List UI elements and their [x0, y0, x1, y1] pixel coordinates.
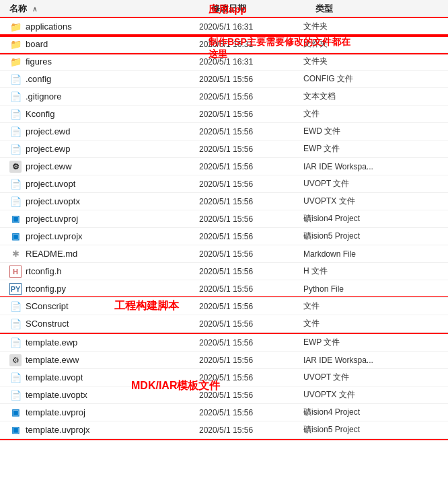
file-date-cell: 2020/5/1 15:56: [199, 127, 303, 136]
row-template-ewp[interactable]: 📄 template.ewp 2020/5/1 15:56 EWP 文件: [0, 334, 448, 352]
row-project-uvproj[interactable]: ▣ project.uvproj 2020/5/1 15:56 礦ision4 …: [0, 210, 448, 228]
row-project-uvopt[interactable]: 📄 project.uvopt 2020/5/1 15:56 UVOPT 文件: [0, 175, 448, 193]
file-icon: 📄: [9, 318, 22, 330]
file-icon: 📄: [9, 143, 22, 155]
row-sconstruct[interactable]: 📄 SConstruct 2020/5/1 15:56 文件: [0, 315, 448, 333]
file-date-cell: 2020/5/1 15:56: [199, 232, 303, 241]
file-name-cell: 📄 template.uvopt: [9, 372, 199, 384]
file-icon: 📄: [9, 108, 22, 120]
row-template-eww[interactable]: ⚙ template.eww 2020/5/1 15:56 IAR IDE Wo…: [0, 352, 448, 369]
file-date-cell: 2020/5/1 15:56: [199, 391, 303, 400]
row-readme[interactable]: ✱ README.md 2020/5/1 15:56 Markdown File: [0, 245, 448, 263]
file-name-cell: 📄 Kconfig: [9, 108, 199, 120]
file-date-cell: 2020/5/1 15:56: [199, 302, 303, 311]
file-name-cell: ⚙ template.eww: [9, 354, 199, 366]
row-template-uvproj[interactable]: ▣ template.uvproj 2020/5/1 15:56 礦ision4…: [0, 404, 448, 421]
file-name-text: project.uvoptx: [26, 196, 80, 206]
file-name-cell: ▣ project.uvproj: [9, 213, 199, 225]
file-date-cell: 2020/5/1 15:56: [199, 162, 303, 171]
file-type-cell: EWP 文件: [303, 337, 448, 348]
row-rtconfig-py[interactable]: PY rtconfig.py 2020/5/1 15:56 Python Fil…: [0, 280, 448, 298]
file-icon: 📄: [9, 91, 22, 103]
row-template-uvopt[interactable]: 📄 template.uvopt 2020/5/1 15:56 UVOPT 文件: [0, 369, 448, 386]
uvproj-icon: ▣: [9, 231, 22, 243]
scons-group: 📄 SConscript 2020/5/1 15:56 文件 📄 SConstr…: [0, 298, 448, 333]
file-name-text: template.uvprojx: [26, 425, 89, 435]
row-kconfig[interactable]: 📄 Kconfig 2020/5/1 15:56 文件: [0, 106, 448, 123]
file-name-cell: ✱ README.md: [9, 248, 199, 260]
rows-wrapper: 📁 applications 2020/5/1 16:31 文件夹 应用app …: [0, 18, 448, 439]
file-name-cell: 📄 SConscript: [9, 300, 199, 313]
row-rtconfig-h[interactable]: H rtconfig.h 2020/5/1 15:56 H 文件: [0, 263, 448, 280]
row-board[interactable]: 📁 board 2020/5/1 16:31 文件夹: [0, 36, 448, 53]
row-applications[interactable]: 📁 applications 2020/5/1 16:31 文件夹: [0, 18, 448, 36]
file-date-cell: 2020/5/1 15:56: [199, 408, 303, 417]
file-icon: 📄: [9, 372, 22, 384]
folder-yellow-icon: 📁: [9, 56, 22, 68]
file-name-text: README.md: [26, 249, 77, 259]
py-file-icon: PY: [9, 283, 22, 295]
file-type-cell: 礦ision5 Project: [303, 231, 448, 242]
file-icon: 📄: [9, 126, 22, 138]
file-type-cell: EWP 文件: [303, 143, 448, 155]
file-type-cell: 礦ision4 Project: [303, 213, 448, 224]
file-name-text: board: [26, 39, 48, 49]
file-type-cell: 文件: [303, 318, 448, 329]
file-name-cell: H rtconfig.h: [9, 266, 199, 278]
file-name-cell: 📄 project.ewp: [9, 143, 199, 155]
file-type-cell: Python File: [303, 284, 448, 294]
row-template-uvoptx[interactable]: 📄 template.uvoptx 2020/5/1 15:56 UVOPTX …: [0, 386, 448, 404]
file-icon: 📄: [9, 300, 22, 313]
row-project-ewp[interactable]: 📄 project.ewp 2020/5/1 15:56 EWP 文件: [0, 140, 448, 158]
file-type-cell: IAR IDE Workspa...: [303, 162, 448, 171]
file-name-text: template.uvproj: [26, 407, 85, 417]
file-date-cell: 2020/5/1 15:56: [199, 92, 303, 101]
readme-icon: ✱: [9, 248, 22, 260]
file-name-cell: 📄 .config: [9, 73, 199, 85]
file-date-cell: 2020/5/1 15:56: [199, 110, 303, 119]
col-date-header[interactable]: 修改日期: [211, 3, 315, 15]
file-name-cell: ▣ project.uvprojx: [9, 231, 199, 243]
file-name-text: project.ewp: [26, 144, 70, 154]
col-name-header[interactable]: 名称 ∧: [9, 3, 211, 15]
file-icon: 📄: [9, 337, 22, 349]
file-icon: 📄: [9, 178, 22, 190]
file-date-cell: 2020/5/1 15:56: [199, 197, 303, 206]
file-date-cell: 2020/5/1 15:56: [199, 284, 303, 294]
uvproj-icon: ▣: [9, 424, 22, 436]
row-project-uvprojx[interactable]: ▣ project.uvprojx 2020/5/1 15:56 礦ision5…: [0, 228, 448, 245]
file-type-cell: UVOPTX 文件: [303, 389, 448, 401]
template-group: 📄 template.ewp 2020/5/1 15:56 EWP 文件 ⚙ t…: [0, 334, 448, 439]
file-type-cell: 文本文档: [303, 91, 448, 102]
file-name-cell: 📄 project.uvopt: [9, 178, 199, 190]
file-date-cell: 2020/5/1 16:31: [199, 57, 303, 67]
file-name-text: project.uvopt: [26, 179, 75, 189]
file-name-text: applications: [26, 22, 72, 32]
row-figures[interactable]: 📁 figures 2020/5/1 16:31 文件夹: [0, 53, 448, 71]
file-type-cell: CONFIG 文件: [303, 73, 448, 85]
file-date-cell: 2020/5/1 15:56: [199, 425, 303, 435]
row-template-uvprojx[interactable]: ▣ template.uvprojx 2020/5/1 15:56 礦ision…: [0, 421, 448, 439]
file-name-text: figures: [26, 56, 52, 67]
file-name-text: SConstruct: [26, 319, 69, 329]
row-project-uvoptx[interactable]: 📄 project.uvoptx 2020/5/1 15:56 UVOPTX 文…: [0, 193, 448, 210]
file-name-cell: 📄 SConstruct: [9, 318, 199, 330]
file-name-cell: 📁 figures: [9, 56, 199, 68]
col-type-header[interactable]: 类型: [315, 3, 448, 15]
file-type-cell: 礦ision4 Project: [303, 407, 448, 418]
file-name-text: template.eww: [26, 355, 79, 365]
file-date-cell: 2020/5/1 16:31: [199, 40, 303, 49]
uvproj-icon: ▣: [9, 213, 22, 225]
file-name-text: .gitignore: [26, 91, 61, 101]
row-gitignore[interactable]: 📄 .gitignore 2020/5/1 15:56 文本文档: [0, 88, 448, 106]
row-project-eww[interactable]: ⚙ project.eww 2020/5/1 15:56 IAR IDE Wor…: [0, 158, 448, 175]
eww-icon: ⚙: [9, 354, 22, 366]
row-config[interactable]: 📄 .config 2020/5/1 15:56 CONFIG 文件: [0, 71, 448, 88]
file-name-text: template.uvoptx: [26, 390, 87, 400]
file-icon: 📄: [9, 73, 22, 85]
row-project-ewd[interactable]: 📄 project.ewd 2020/5/1 15:56 EWD 文件: [0, 123, 448, 140]
row-sconscript[interactable]: 📄 SConscript 2020/5/1 15:56 文件: [0, 298, 448, 315]
file-type-cell: 文件夹: [303, 21, 448, 32]
file-name-text: Kconfig: [26, 109, 54, 119]
file-name-text: project.eww: [26, 161, 72, 171]
